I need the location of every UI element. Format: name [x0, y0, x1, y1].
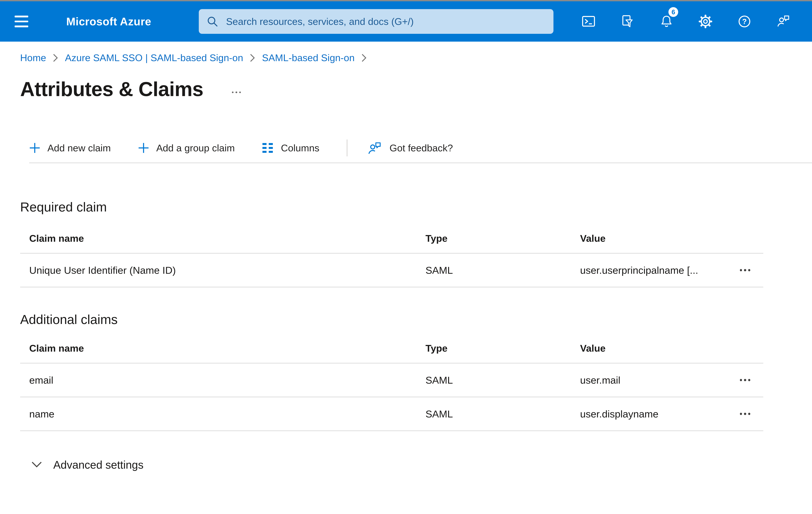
type-cell: SAML	[426, 265, 580, 276]
gear-icon	[698, 14, 713, 29]
column-header-claim-name: Claim name	[29, 233, 426, 244]
chevron-right-icon	[53, 53, 58, 62]
type-cell: SAML	[426, 374, 580, 386]
global-search	[199, 9, 553, 34]
claim-name-cell: Unique User Identifier (Name ID)	[29, 265, 426, 276]
chevron-right-icon	[361, 53, 367, 62]
page-title: Attributes & Claims	[20, 78, 203, 101]
notification-badge: 6	[668, 7, 678, 17]
column-header-type: Type	[426, 233, 580, 244]
row-context-menu-button[interactable]	[737, 266, 753, 274]
directory-filter-icon	[620, 14, 635, 29]
help-button[interactable]: ?	[725, 1, 764, 42]
got-feedback-button[interactable]: Got feedback?	[367, 140, 453, 156]
add-new-claim-button[interactable]: Add new claim	[29, 142, 111, 154]
claim-name-cell: name	[29, 408, 426, 420]
breadcrumb-app-link[interactable]: Azure SAML SSO | SAML-based Sign-on	[65, 51, 243, 65]
directory-filter-button[interactable]	[608, 1, 647, 42]
microsoft-azure-logo[interactable]: Microsoft Azure	[66, 15, 151, 28]
breadcrumb-home-link[interactable]: Home	[20, 51, 46, 65]
hamburger-menu-button[interactable]	[0, 1, 43, 42]
claim-name-cell: email	[29, 374, 426, 386]
value-cell: user.userprincipalname [...	[580, 265, 727, 276]
plus-icon	[138, 142, 149, 154]
table-row[interactable]: email SAML user.mail	[20, 363, 763, 397]
title-context-menu-button[interactable]	[229, 89, 243, 96]
ellipsis-icon	[232, 91, 234, 93]
cloud-shell-icon	[581, 14, 596, 29]
table-header-row: Claim name Type Value	[20, 224, 763, 253]
row-context-menu-button[interactable]	[737, 376, 753, 384]
advanced-settings-toggle[interactable]: Advanced settings	[31, 458, 144, 471]
table-header-row: Claim name Type Value	[20, 333, 763, 363]
value-cell: user.mail	[580, 374, 727, 386]
required-claim-heading: Required claim	[20, 198, 812, 216]
columns-label: Columns	[281, 142, 319, 154]
value-cell: user.displayname	[580, 408, 727, 420]
additional-claims-table: Claim name Type Value email SAML user.ma…	[20, 333, 763, 431]
table-row[interactable]: name SAML user.displayname	[20, 397, 763, 431]
add-new-claim-label: Add new claim	[48, 142, 111, 154]
help-icon: ?	[737, 14, 752, 29]
additional-claims-heading: Additional claims	[20, 311, 812, 328]
add-group-claim-label: Add a group claim	[156, 142, 235, 154]
command-bar: Add new claim Add a group claim Columns	[29, 133, 812, 163]
toolbar-divider	[347, 139, 347, 156]
azure-portal-window: Microsoft Azure	[0, 0, 812, 514]
breadcrumb: Home Azure SAML SSO | SAML-based Sign-on…	[0, 42, 812, 65]
column-header-claim-name: Claim name	[29, 343, 426, 354]
attributes-claims-pane: Home Azure SAML SSO | SAML-based Sign-on…	[0, 42, 812, 471]
got-feedback-label: Got feedback?	[389, 142, 453, 154]
feedback-icon	[776, 14, 791, 29]
feedback-person-icon	[367, 140, 382, 156]
row-context-menu-button[interactable]	[737, 410, 753, 417]
search-input[interactable]	[225, 15, 546, 28]
title-row: Attributes & Claims	[20, 74, 812, 104]
column-header-value: Value	[580, 343, 727, 354]
hamburger-icon	[14, 16, 28, 17]
chevron-down-icon	[31, 461, 42, 468]
notifications-button[interactable]: 6	[647, 1, 686, 42]
ellipsis-icon	[740, 269, 742, 271]
topbar: Microsoft Azure	[0, 1, 812, 42]
topbar-icon-group: 6	[569, 1, 803, 42]
required-claim-table: Claim name Type Value Unique User Identi…	[20, 224, 763, 288]
plus-icon	[29, 142, 40, 154]
search-icon	[207, 16, 218, 27]
breadcrumb-signon-link[interactable]: SAML-based Sign-on	[262, 51, 354, 65]
column-header-value: Value	[580, 233, 727, 244]
type-cell: SAML	[426, 408, 580, 420]
svg-text:?: ?	[742, 17, 747, 26]
settings-button[interactable]	[686, 1, 725, 42]
table-row[interactable]: Unique User Identifier (Name ID) SAML us…	[20, 253, 763, 288]
add-group-claim-button[interactable]: Add a group claim	[138, 142, 235, 154]
columns-icon	[262, 142, 274, 154]
ellipsis-icon	[740, 413, 742, 415]
cloud-shell-button[interactable]	[569, 1, 608, 42]
column-header-type: Type	[426, 343, 580, 354]
advanced-settings-label: Advanced settings	[53, 458, 144, 471]
columns-button[interactable]: Columns	[262, 142, 319, 154]
chevron-right-icon	[250, 53, 256, 62]
ellipsis-icon	[740, 379, 742, 381]
feedback-button[interactable]	[764, 1, 803, 42]
